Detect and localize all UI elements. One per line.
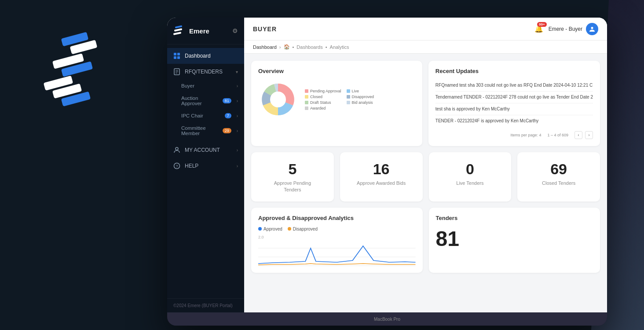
sidebar-sub-ipc-chair[interactable]: IPC Chair 7 › bbox=[167, 110, 244, 122]
top-grid: Overview bbox=[251, 61, 600, 146]
analytics-card: Approved & Disapproved Analytics Approve… bbox=[251, 208, 423, 273]
awarded-label: Awarded bbox=[310, 106, 326, 110]
analytics-chart: 2.0 bbox=[258, 235, 416, 266]
buyer-arrow: › bbox=[237, 84, 238, 88]
notification-bell[interactable]: 🔔 99+ bbox=[534, 25, 543, 33]
breadcrumb: Dashboard › 🏠 • Dashboards • Analytics bbox=[244, 40, 607, 54]
account-label: MY ACCOUNT bbox=[185, 147, 232, 153]
sidebar-item-dashboard[interactable]: Dashboard bbox=[167, 48, 244, 64]
approved-circle bbox=[258, 227, 262, 231]
disapproved-label: Disapproved bbox=[352, 95, 374, 99]
live-label: Live bbox=[352, 89, 359, 93]
legend-live: Live bbox=[347, 89, 383, 93]
prev-page-btn[interactable]: ‹ bbox=[574, 131, 582, 139]
account-arrow: › bbox=[237, 148, 238, 153]
approved-legend-label: Approved bbox=[263, 227, 282, 231]
svg-rect-13 bbox=[177, 56, 180, 59]
settings-icon[interactable]: ⚙ bbox=[232, 27, 238, 34]
update-list: RFQnamed test sha 303 could not go live … bbox=[435, 80, 593, 127]
user-name: Emere - Buyer bbox=[549, 26, 582, 32]
pending-dot bbox=[305, 89, 308, 93]
sidebar-sub-buyer[interactable]: Buyer › bbox=[167, 80, 244, 92]
next-page-btn[interactable]: › bbox=[585, 131, 593, 139]
breadcrumb-dashboard: Dashboard bbox=[253, 44, 277, 50]
svg-rect-8 bbox=[174, 28, 182, 32]
draft-label: Draft Status bbox=[310, 100, 331, 105]
sidebar-nav: Dashboard RFQ/TENDERS ▾ Buyer bbox=[167, 44, 244, 298]
help-icon: ? bbox=[173, 162, 180, 169]
macbook-frame: Emere ⚙ Dashboard bbox=[167, 18, 607, 326]
legend-pending: Pending Approval bbox=[305, 89, 341, 93]
pie-chart bbox=[258, 80, 298, 119]
pending-label: Pending Approval bbox=[310, 89, 341, 93]
bid-dot bbox=[347, 101, 350, 104]
svg-rect-10 bbox=[174, 53, 176, 55]
account-icon bbox=[173, 147, 180, 154]
update-item-2: test sha is approved by Ken McCarthy bbox=[435, 103, 593, 115]
committee-badge: 29 bbox=[223, 128, 231, 133]
y-label: 2.0 bbox=[258, 235, 264, 239]
sidebar-sub-auction-approver[interactable]: Auction Approver 81 › bbox=[167, 92, 244, 110]
svg-point-21 bbox=[591, 27, 593, 29]
rfq-label: RFQ/TENDERS bbox=[185, 69, 231, 75]
buyer-label: Buyer bbox=[181, 83, 194, 88]
rfq-chevron: ▾ bbox=[236, 70, 238, 74]
stat-approve-awarded[interactable]: 16 Approve Awarded Bids bbox=[340, 152, 423, 202]
help-label: HELP bbox=[185, 163, 232, 169]
analytics-legend: Approved Disapproved bbox=[258, 227, 416, 231]
tenders-title: Tenders bbox=[436, 215, 593, 221]
disapproved-dot bbox=[347, 95, 350, 99]
legend-disapproved: Disapproved bbox=[347, 95, 383, 99]
sidebar-item-rfq[interactable]: RFQ/TENDERS ▾ bbox=[167, 64, 244, 80]
stat-approve-pending[interactable]: 5 Approve PendingTenders bbox=[251, 152, 334, 202]
sidebar-item-help[interactable]: ? HELP › bbox=[167, 158, 244, 174]
user-info[interactable]: Emere - Buyer bbox=[549, 23, 598, 35]
ipc-chair-badge: 7 bbox=[225, 113, 231, 118]
svg-text:?: ? bbox=[176, 164, 178, 169]
update-item-3: TENDER - 02212024F is approved by Ken Mc… bbox=[435, 115, 593, 127]
recent-updates-card: Recent Updates RFQnamed test sha 303 cou… bbox=[428, 61, 600, 146]
update-item-1: Tendernamed TENDER - 02212024F 278 could… bbox=[435, 92, 593, 103]
auction-arrow: › bbox=[237, 99, 238, 103]
chart-legend: Pending Approval Live Closed bbox=[305, 89, 383, 110]
committee-label: Committee Member bbox=[181, 125, 219, 136]
closed-tenders-number: 69 bbox=[524, 161, 593, 177]
page-title: BUYER bbox=[253, 26, 277, 33]
committee-arrow: › bbox=[237, 128, 238, 133]
closed-dot bbox=[305, 95, 308, 99]
emere-logo-icon bbox=[173, 25, 186, 37]
breadcrumb-sep1: › bbox=[279, 44, 281, 50]
breadcrumb-home-icon: 🏠 bbox=[284, 44, 290, 50]
items-per-page-label: Items per page: 4 bbox=[510, 133, 541, 137]
svg-rect-9 bbox=[173, 32, 181, 35]
auction-approver-label: Auction Approver bbox=[181, 95, 219, 106]
tenders-card: Tenders 81 bbox=[429, 208, 600, 273]
overview-card: Overview bbox=[251, 61, 422, 146]
approve-awarded-number: 16 bbox=[347, 161, 416, 177]
sidebar-item-account[interactable]: MY ACCOUNT › bbox=[167, 142, 244, 158]
line-chart-svg bbox=[258, 239, 416, 268]
closed-tenders-label: Closed Tenders bbox=[524, 180, 593, 186]
awarded-dot bbox=[305, 106, 308, 110]
macbook-label: MacBook Pro bbox=[374, 317, 400, 322]
draft-dot bbox=[305, 101, 308, 104]
svg-rect-7 bbox=[175, 25, 182, 28]
overview-title: Overview bbox=[258, 68, 415, 74]
svg-rect-11 bbox=[177, 53, 180, 55]
closed-label: Closed bbox=[310, 95, 322, 99]
ipc-arrow: › bbox=[237, 114, 238, 118]
sidebar: Emere ⚙ Dashboard bbox=[167, 18, 244, 312]
svg-point-18 bbox=[176, 147, 178, 150]
stat-closed-tenders[interactable]: 69 Closed Tenders bbox=[517, 152, 600, 202]
sidebar-footer: ©2024 Emere (BUYER Portal) bbox=[167, 298, 244, 312]
breadcrumb-sep3: • bbox=[326, 44, 327, 50]
disapproved-legend-label: Disapproved bbox=[293, 227, 318, 231]
auction-approver-badge: 81 bbox=[223, 98, 231, 103]
notification-count: 99+ bbox=[537, 22, 547, 27]
pie-chart-area: Pending Approval Live Closed bbox=[258, 80, 415, 119]
sidebar-sub-committee[interactable]: Committee Member 29 › bbox=[167, 122, 244, 139]
sidebar-app-name: Emere bbox=[189, 27, 209, 35]
tenders-big-number: 81 bbox=[436, 227, 593, 251]
approved-legend: Approved bbox=[258, 227, 282, 231]
stat-live-tenders[interactable]: 0 Live Tenders bbox=[429, 152, 512, 202]
